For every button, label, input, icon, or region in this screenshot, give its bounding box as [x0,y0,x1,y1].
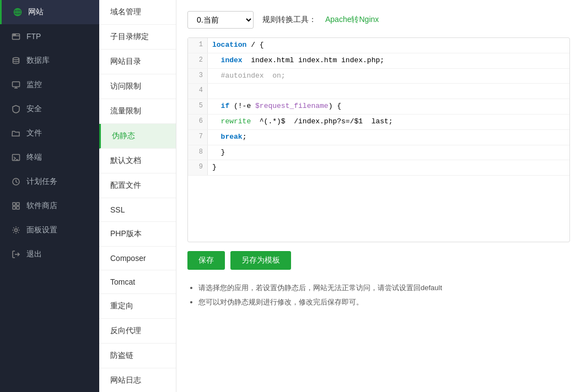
svg-point-19 [15,229,18,232]
sidebar-item-ftp[interactable]: FTP [0,24,99,48]
svg-rect-18 [17,206,19,209]
database-icon [11,56,21,66]
sidebar-item-terminal[interactable]: 终端 [0,145,99,170]
code-line-8: 8 } [188,145,569,161]
line-num-3: 3 [188,69,208,84]
sidebar-label-appstore: 软件商店 [26,201,57,211]
sub-sidebar-item-php-ver[interactable]: PHP版本 [99,222,176,247]
line-content-8: } [208,145,569,160]
svg-point-6 [13,35,14,35]
code-line-1: 1 location / { [188,38,569,53]
code-line-9: 9 } [188,160,569,176]
sidebar-item-monitor[interactable]: 监控 [0,73,99,97]
sub-sidebar-item-default-doc[interactable]: 默认文档 [99,149,176,173]
sidebar-item-security[interactable]: 安全 [0,97,99,121]
monitor-icon [11,80,21,90]
sidebar-label-monitor: 监控 [26,80,42,90]
svg-rect-17 [13,206,15,209]
line-content-5: if (!-e $request_filename) { [208,99,569,114]
sidebar-label-ftp: FTP [26,32,41,41]
sidebar-label-terminal: 终端 [26,153,42,162]
terminal-icon [11,153,21,162]
sub-sidebar-item-composer[interactable]: Composer [99,247,176,270]
line-content-3: #autoindex on; [208,69,569,84]
code-editor[interactable]: 1 location / { 2 index index.html index.… [187,37,570,242]
line-num-1: 1 [188,38,208,53]
sidebar-label-database: 数据库 [26,56,50,66]
line-num-8: 8 [188,145,208,160]
line-num-7: 7 [188,130,208,145]
sub-sidebar-item-redirect[interactable]: 重定向 [99,294,176,319]
line-content-7: break; [208,130,569,145]
code-editor-padding [188,176,569,242]
shield-icon [11,104,21,114]
ftp-icon [11,31,21,41]
convert-label: 规则转换工具： [262,15,316,25]
sub-sidebar-item-domain[interactable]: 域名管理 [99,0,176,25]
sidebar-label-panel: 面板设置 [26,225,57,235]
svg-point-7 [15,35,15,35]
sidebar-item-panel[interactable]: 面板设置 [0,218,99,242]
line-content-2: index index.html index.htm index.php; [208,53,569,68]
version-dropdown[interactable]: 0.当前 [187,11,254,29]
action-buttons: 保存 另存为模板 [187,251,570,270]
grid-icon [11,201,21,211]
code-line-7: 7 break; [188,130,569,145]
globe-icon [13,7,23,17]
code-line-5: 5 if (!-e $request_filename) { [188,99,569,115]
sub-sidebar-item-config[interactable]: 配置文件 [99,173,176,198]
toolbar-row: 0.当前 规则转换工具： Apache转Nginx [187,11,570,29]
sub-sidebar-item-sitedir[interactable]: 网站目录 [99,50,176,74]
svg-rect-15 [13,203,15,205]
line-num-5: 5 [188,99,208,114]
save-button[interactable]: 保存 [187,251,225,270]
sidebar-label-security: 安全 [26,104,42,114]
sub-sidebar-item-subdir[interactable]: 子目录绑定 [99,25,176,50]
tip-item-1: 请选择您的应用，若设置伪静态后，网站无法正常访问，请尝试设置回default [198,281,570,295]
save-as-template-button[interactable]: 另存为模板 [230,251,291,270]
code-line-6: 6 rewrite ^(.*)$ /index.php?s=/$1 last; [188,115,569,130]
main-content: 0.当前 规则转换工具： Apache转Nginx 1 location / {… [176,0,581,392]
svg-rect-9 [13,82,20,87]
exit-icon [11,249,21,259]
line-content-9: } [208,160,569,175]
svg-point-8 [13,58,19,60]
clock-icon [11,177,21,187]
sidebar-label-website: 网站 [28,7,44,17]
sidebar-item-appstore[interactable]: 软件商店 [0,194,99,218]
folder-icon [11,128,21,138]
convert-link[interactable]: Apache转Nginx [325,15,379,25]
sub-sidebar: 域名管理 子目录绑定 网站目录 访问限制 流量限制 伪静态 默认文档 配置文件 … [99,0,176,392]
main-sidebar: 网站 FTP 数据库 [0,0,99,392]
sub-sidebar-item-hotlink[interactable]: 防盗链 [99,344,176,368]
line-content-4 [208,84,569,99]
sub-sidebar-item-tomcat[interactable]: Tomcat [99,270,176,294]
sidebar-item-scheduled[interactable]: 计划任务 [0,170,99,194]
gear-icon [11,225,21,235]
code-line-3: 3 #autoindex on; [188,69,569,84]
sidebar-item-files[interactable]: 文件 [0,121,99,145]
line-num-2: 2 [188,53,208,68]
sidebar-label-files: 文件 [26,128,42,138]
sidebar-item-database[interactable]: 数据库 [0,48,99,73]
sidebar-item-website[interactable]: 网站 [0,0,99,24]
line-num-6: 6 [188,115,208,129]
line-num-9: 9 [188,160,208,175]
sub-sidebar-item-access[interactable]: 访问限制 [99,74,176,99]
sub-sidebar-item-site-log[interactable]: 网站日志 [99,368,176,392]
svg-rect-16 [17,203,19,205]
line-content-6: rewrite ^(.*)$ /index.php?s=/$1 last; [208,115,569,129]
sub-sidebar-item-reverse-proxy[interactable]: 反向代理 [99,319,176,344]
tips-list: 请选择您的应用，若设置伪静态后，网站无法正常访问，请尝试设置回default 您… [187,281,570,309]
code-line-2: 2 index index.html index.htm index.php; [188,53,569,69]
sub-sidebar-item-pseudo-static[interactable]: 伪静态 [99,124,176,149]
sidebar-label-scheduled: 计划任务 [26,177,57,187]
line-content-1: location / { [208,38,569,53]
line-num-4: 4 [188,84,208,99]
sidebar-label-logout: 退出 [26,249,42,259]
sidebar-item-logout[interactable]: 退出 [0,242,99,266]
sub-sidebar-item-traffic[interactable]: 流量限制 [99,99,176,124]
code-line-4: 4 [188,84,569,99]
tip-item-2: 您可以对伪静态规则进行修改，修改完后保存即可。 [198,295,570,309]
sub-sidebar-item-ssl[interactable]: SSL [99,198,176,222]
